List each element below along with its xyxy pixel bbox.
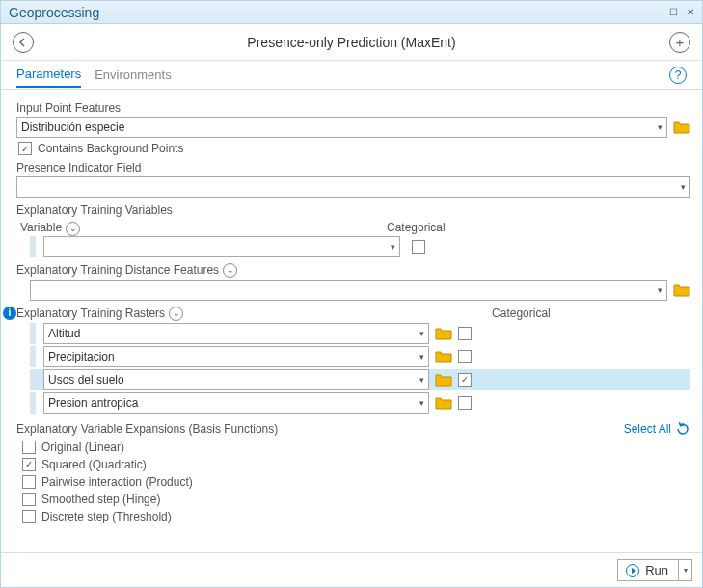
tool-title: Presence-only Prediction (MaxEnt): [34, 35, 669, 50]
run-dropdown[interactable]: ▾: [679, 559, 692, 581]
explanatory-distance-combo[interactable]: [30, 280, 667, 301]
explanatory-variable-combo[interactable]: [43, 236, 400, 257]
close-icon[interactable]: ✕: [683, 6, 698, 19]
browse-distance-icon[interactable]: [673, 282, 690, 298]
input-point-features-combo[interactable]: Distribución especie: [16, 117, 667, 138]
maximize-icon[interactable]: ☐: [665, 6, 681, 19]
distance-expand-icon[interactable]: ⌄: [223, 263, 237, 278]
raster-categorical-checkbox[interactable]: [458, 350, 472, 363]
basis-checkbox[interactable]: [22, 458, 36, 471]
raster-combo[interactable]: Presion antropica: [43, 392, 429, 414]
basis-option: Pairwise interaction (Product): [22, 475, 690, 489]
raster-categorical-checkbox[interactable]: [458, 373, 472, 387]
raster-combo[interactable]: Precipitacion: [43, 346, 429, 367]
variable-column-label: Variable⌄: [16, 221, 387, 236]
play-icon: [626, 564, 639, 577]
explanatory-training-rasters-label: Explanatory Training Rasters⌄ Categorica…: [16, 307, 690, 321]
window-title: Geoprocessing: [5, 5, 646, 20]
variable-expand-icon[interactable]: ⌄: [66, 222, 80, 236]
titlebar: Geoprocessing — ☐ ✕: [1, 1, 702, 24]
rasters-expand-icon[interactable]: ⌄: [169, 307, 183, 321]
categorical-column-label: Categorical: [387, 221, 446, 236]
raster-row: Presion antropica: [30, 392, 690, 414]
browse-raster-icon[interactable]: [435, 326, 452, 341]
raster-categorical-label: Categorical: [492, 307, 551, 320]
browse-raster-icon[interactable]: [435, 349, 452, 364]
help-icon[interactable]: ?: [669, 67, 687, 84]
tab-parameters[interactable]: Parameters: [16, 62, 81, 88]
basis-functions-label: Explanatory Variable Expansions (Basis F…: [16, 422, 624, 436]
explanatory-variable-categorical-checkbox[interactable]: [412, 240, 425, 254]
reset-icon[interactable]: [675, 421, 690, 437]
drag-handle[interactable]: [30, 323, 36, 344]
tabs: Parameters Environments ?: [1, 61, 702, 90]
info-icon[interactable]: i: [3, 307, 16, 320]
basis-option: Discrete step (Threshold): [22, 510, 690, 523]
basis-label: Pairwise interaction (Product): [41, 475, 193, 489]
basis-checkbox[interactable]: [22, 441, 36, 454]
basis-label: Original (Linear): [41, 441, 124, 454]
raster-categorical-checkbox[interactable]: [458, 396, 472, 410]
input-point-features-label: Input Point Features: [16, 101, 690, 115]
tab-environments[interactable]: Environments: [95, 63, 171, 87]
browse-input-point-icon[interactable]: [673, 120, 690, 135]
basis-checkbox[interactable]: [22, 475, 36, 489]
presence-indicator-field-combo[interactable]: [16, 176, 690, 198]
basis-checkbox[interactable]: [22, 510, 36, 523]
basis-label: Smoothed step (Hinge): [41, 493, 160, 506]
drag-handle[interactable]: [30, 392, 36, 414]
explanatory-training-variables-label: Explanatory Training Variables: [16, 203, 690, 217]
basis-option: Original (Linear): [22, 441, 690, 454]
browse-raster-icon[interactable]: [435, 372, 452, 388]
drag-handle[interactable]: [30, 346, 36, 367]
add-button[interactable]: +: [669, 32, 690, 53]
select-all-link[interactable]: Select All: [624, 422, 671, 436]
basis-option: Smoothed step (Hinge): [22, 493, 690, 506]
contains-background-label: Contains Background Points: [38, 142, 183, 155]
raster-combo[interactable]: Usos del suelo: [43, 369, 429, 390]
drag-handle[interactable]: [30, 369, 36, 390]
footer: Run ▾: [1, 552, 702, 587]
raster-categorical-checkbox[interactable]: [458, 327, 472, 340]
basis-checkbox[interactable]: [22, 493, 36, 506]
back-button[interactable]: [13, 32, 34, 53]
contains-background-checkbox[interactable]: [18, 142, 32, 155]
run-button[interactable]: Run: [617, 559, 679, 581]
explanatory-training-distance-label: Explanatory Training Distance Features⌄: [16, 263, 690, 278]
raster-row: Precipitacion: [30, 346, 690, 367]
drag-handle[interactable]: [30, 236, 36, 257]
raster-row: Altitud: [30, 323, 690, 344]
tool-header: Presence-only Prediction (MaxEnt) +: [1, 24, 702, 61]
browse-raster-icon[interactable]: [435, 395, 452, 411]
autohide-icon[interactable]: —: [648, 6, 663, 19]
basis-label: Squared (Quadratic): [41, 458, 147, 471]
presence-indicator-field-label: Presence Indicator Field: [16, 161, 690, 174]
raster-row: Usos del suelo: [30, 369, 690, 390]
parameters-panel: Input Point Features Distribución especi…: [1, 90, 702, 552]
basis-label: Discrete step (Threshold): [41, 510, 172, 523]
basis-option: Squared (Quadratic): [22, 458, 690, 471]
raster-combo[interactable]: Altitud: [43, 323, 429, 344]
